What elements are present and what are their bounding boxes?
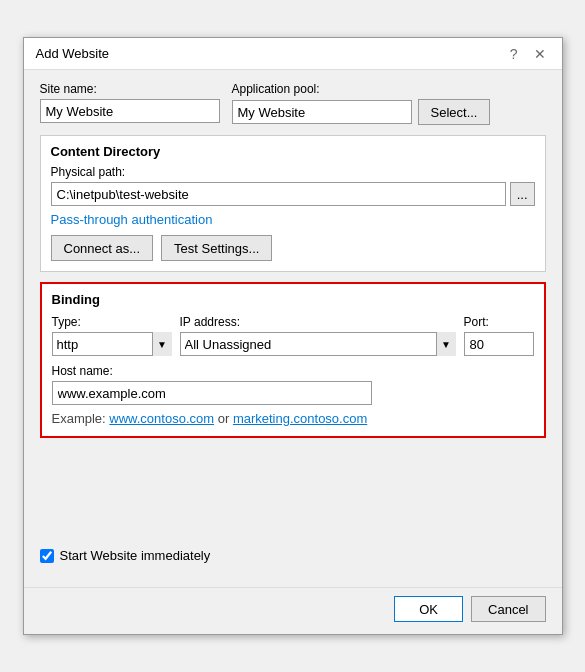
host-name-group: Host name: (52, 364, 534, 405)
title-bar: Add Website ? ✕ (24, 38, 562, 70)
binding-title: Binding (52, 292, 534, 307)
passthrough-link[interactable]: Pass-through authentication (51, 212, 535, 227)
title-bar-right: ? ✕ (506, 47, 550, 61)
example-text-row: Example: www.contoso.com or marketing.co… (52, 411, 534, 426)
ip-address-group: IP address: All Unassigned ▼ (180, 315, 456, 356)
app-pool-group: Application pool: Select... (232, 82, 491, 125)
app-pool-input[interactable] (232, 100, 412, 124)
physical-path-input[interactable] (51, 182, 506, 206)
site-name-input[interactable] (40, 99, 220, 123)
example-link-1[interactable]: www.contoso.com (109, 411, 214, 426)
title-bar-left: Add Website (36, 46, 109, 61)
start-website-label[interactable]: Start Website immediately (60, 548, 211, 563)
bottom-spacer (40, 448, 546, 548)
site-name-apppool-row: Site name: Application pool: Select... (40, 82, 546, 125)
app-pool-label: Application pool: (232, 82, 491, 96)
start-website-checkbox[interactable] (40, 549, 54, 563)
cancel-button[interactable]: Cancel (471, 596, 545, 622)
select-button[interactable]: Select... (418, 99, 491, 125)
ok-button[interactable]: OK (394, 596, 463, 622)
port-label: Port: (464, 315, 534, 329)
help-button[interactable]: ? (506, 47, 522, 61)
host-name-input[interactable] (52, 381, 372, 405)
physical-path-label: Physical path: (51, 165, 535, 179)
host-name-label: Host name: (52, 364, 534, 378)
content-directory-section: Content Directory Physical path: ... Pas… (40, 135, 546, 272)
example-link-2[interactable]: marketing.contoso.com (233, 411, 367, 426)
dialog-body: Site name: Application pool: Select... C… (24, 70, 562, 587)
binding-type-ip-port-row: Type: http https ▼ IP address: All U (52, 315, 534, 356)
example-prefix: Example: (52, 411, 110, 426)
dialog-footer: OK Cancel (24, 587, 562, 634)
type-group: Type: http https ▼ (52, 315, 172, 356)
type-select[interactable]: http https (52, 332, 172, 356)
dialog-title: Add Website (36, 46, 109, 61)
auth-buttons-row: Connect as... Test Settings... (51, 235, 535, 261)
close-button[interactable]: ✕ (530, 47, 550, 61)
binding-section: Binding Type: http https ▼ IP a (40, 282, 546, 438)
ip-select-wrapper: All Unassigned ▼ (180, 332, 456, 356)
port-group: Port: (464, 315, 534, 356)
browse-button[interactable]: ... (510, 182, 535, 206)
content-directory-title: Content Directory (51, 144, 535, 159)
type-select-wrapper: http https ▼ (52, 332, 172, 356)
site-name-group: Site name: (40, 82, 220, 125)
ip-select[interactable]: All Unassigned (180, 332, 456, 356)
ip-address-label: IP address: (180, 315, 456, 329)
start-website-row: Start Website immediately (40, 548, 546, 563)
path-row: ... (51, 182, 535, 206)
site-name-label: Site name: (40, 82, 220, 96)
connect-as-button[interactable]: Connect as... (51, 235, 154, 261)
port-input[interactable] (464, 332, 534, 356)
example-or: or (214, 411, 233, 426)
type-label: Type: (52, 315, 172, 329)
test-settings-button[interactable]: Test Settings... (161, 235, 272, 261)
add-website-dialog: Add Website ? ✕ Site name: Application p… (23, 37, 563, 635)
